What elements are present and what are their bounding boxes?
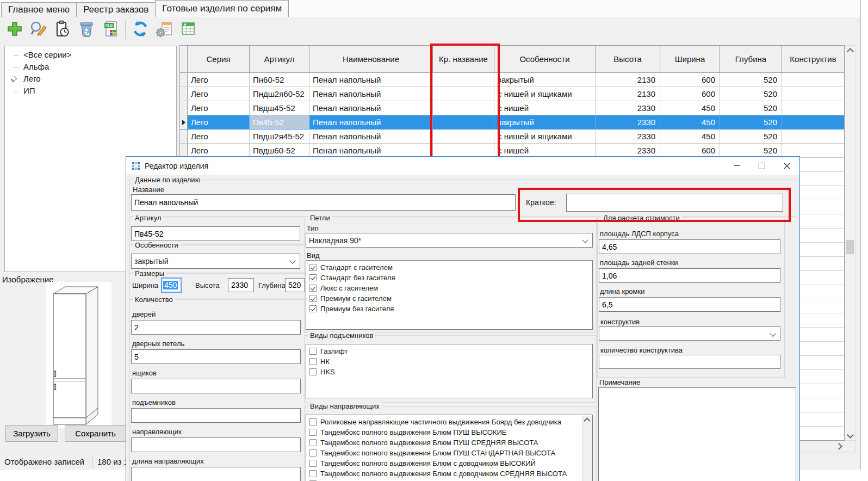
cost-field-input[interactable] <box>599 297 780 312</box>
table-row[interactable]: Лего Пн60-52 Пенал напольный закрытый 21… <box>180 73 844 87</box>
quantity-field-input[interactable] <box>131 349 301 364</box>
checkbox-item[interactable]: Тандембокс полного выдвижения Блюм ПУШ С… <box>306 448 592 458</box>
checkbox-icon[interactable] <box>309 285 317 292</box>
width-input[interactable]: 450 <box>161 278 182 293</box>
quantity-field-input[interactable] <box>131 320 301 335</box>
checkbox-icon[interactable] <box>309 358 317 365</box>
table-row[interactable]: Лего Пв45-52 Пенал напольный закрытый 23… <box>180 115 844 130</box>
checkbox-icon[interactable] <box>309 470 317 477</box>
cell-features[interactable]: с нишей и ящиками <box>494 87 596 101</box>
tab[interactable]: Готовые изделия по сериям <box>155 0 289 17</box>
cell-constructive[interactable] <box>782 101 844 115</box>
tree-item[interactable]: ИП <box>5 85 176 97</box>
cell-depth[interactable]: 520 <box>720 101 782 115</box>
checkbox-item[interactable]: НК <box>306 356 592 367</box>
table-row[interactable]: Лего Пвдш45-52 Пенал напольный с нишей 2… <box>180 101 844 115</box>
quantity-field-input[interactable] <box>131 437 301 452</box>
cell-name[interactable]: Пенал напольный <box>309 73 433 87</box>
scroll-up-icon[interactable] <box>845 46 855 55</box>
cell-features[interactable]: с нишей <box>494 101 596 115</box>
cell-seria[interactable]: Лего <box>188 73 250 87</box>
tree-item[interactable]: Альфа <box>5 61 176 73</box>
features-select[interactable]: закрытый <box>131 254 300 269</box>
cell-artikul[interactable]: Пвдш2я45-52 <box>250 130 309 144</box>
column-header[interactable]: Особенности <box>494 46 596 72</box>
checkbox-item[interactable]: Премиум с гасителем <box>306 293 592 304</box>
cell-seria[interactable]: Лего <box>188 115 250 130</box>
cell-constructive[interactable] <box>782 130 844 144</box>
column-header[interactable]: Конструктив <box>782 46 844 72</box>
cell-short-name[interactable] <box>433 87 494 101</box>
cell-seria[interactable]: Лего <box>188 130 250 144</box>
cell-depth[interactable]: 520 <box>720 115 782 130</box>
height-input[interactable] <box>228 278 254 292</box>
table-row[interactable]: Лего Пндш2я60-52 Пенал напольный с нишей… <box>180 87 844 101</box>
checkbox-icon[interactable] <box>309 449 317 457</box>
cell-short-name[interactable] <box>433 130 494 144</box>
maximize-button[interactable] <box>749 157 774 175</box>
cell-depth[interactable]: 520 <box>720 130 782 144</box>
tab[interactable]: Главное меню <box>1 2 77 17</box>
tree-item[interactable]: <Все серии> <box>5 49 176 61</box>
cell-short-name[interactable] <box>433 115 494 130</box>
cost-field-input[interactable] <box>599 239 780 254</box>
close-button[interactable] <box>774 157 799 175</box>
cell-depth[interactable]: 520 <box>720 73 782 87</box>
grid-vertical-scrollbar[interactable] <box>845 45 855 441</box>
edit-button[interactable] <box>28 20 49 40</box>
checkbox-item[interactable]: Тандембокс полного выдвижения Блюм с дов… <box>306 458 592 468</box>
artikul-input[interactable] <box>131 226 300 241</box>
cell-constructive[interactable] <box>782 115 844 130</box>
checkbox-item[interactable]: Газлифт <box>306 346 592 356</box>
table-export-button[interactable] <box>178 20 199 40</box>
dialog-title-bar[interactable]: Редактор изделия <box>126 157 799 175</box>
column-header[interactable]: Артикул <box>250 46 309 72</box>
cell-artikul[interactable]: Пв45-52 <box>250 115 309 130</box>
checkbox-item[interactable]: Премиум без гасителя <box>306 304 592 314</box>
checkbox-icon[interactable] <box>309 368 317 375</box>
cell-depth[interactable]: 520 <box>720 87 782 101</box>
column-header[interactable]: Глубина <box>720 46 782 72</box>
cell-width[interactable]: 600 <box>660 73 720 87</box>
scroll-down-icon[interactable] <box>845 430 855 440</box>
cell-seria[interactable]: Лего <box>188 87 250 101</box>
cell-height[interactable]: 2330 <box>596 130 660 144</box>
cell-height[interactable]: 2130 <box>596 73 660 87</box>
minimize-button[interactable] <box>724 157 749 175</box>
cell-height[interactable]: 2330 <box>596 115 660 130</box>
name-input[interactable] <box>131 194 516 211</box>
cell-short-name[interactable] <box>433 73 494 87</box>
quantity-field-input[interactable] <box>131 379 301 393</box>
cost-field-input[interactable] <box>599 268 780 283</box>
cell-constructive[interactable] <box>782 73 844 87</box>
cell-name[interactable]: Пенал напольный <box>309 115 433 130</box>
cell-artikul[interactable]: Пн60-52 <box>250 73 309 87</box>
checkbox-icon[interactable] <box>309 348 317 355</box>
tab[interactable]: Реестр заказов <box>76 2 156 17</box>
column-header[interactable]: Ширина <box>660 46 720 72</box>
checkbox-icon[interactable] <box>309 305 317 312</box>
add-button[interactable] <box>4 20 25 40</box>
checkbox-item[interactable]: Стандарт с гасителем <box>306 262 592 273</box>
column-header[interactable]: Серия <box>188 46 250 72</box>
cell-features[interactable]: с нишей и ящиками <box>494 130 596 144</box>
cell-width[interactable]: 450 <box>660 101 720 115</box>
checkbox-icon[interactable] <box>309 264 317 271</box>
cell-width[interactable]: 450 <box>660 115 720 130</box>
scroll-up-icon[interactable] <box>582 415 592 425</box>
save-image-button[interactable]: Сохранить <box>65 425 126 442</box>
column-header[interactable] <box>180 46 188 72</box>
list-scrollbar[interactable] <box>582 416 592 481</box>
cell-artikul[interactable]: Пвдш45-52 <box>250 101 309 115</box>
quantity-field-input[interactable] <box>131 408 301 423</box>
scroll-right-icon[interactable] <box>834 441 844 451</box>
checkbox-item[interactable]: Роликовые направляющие частичного выдвиж… <box>306 417 592 427</box>
hinge-type-select[interactable]: Накладная 90* <box>306 233 593 248</box>
cell-constructive[interactable] <box>782 87 844 101</box>
note-textarea[interactable] <box>598 387 796 481</box>
column-header[interactable]: Наименование <box>309 46 433 72</box>
checkbox-icon[interactable] <box>309 418 317 425</box>
cell-name[interactable]: Пенал напольный <box>309 130 433 144</box>
expand-chevron-icon[interactable] <box>11 76 17 82</box>
checkbox-item[interactable]: Тандембокс полного выдвижения Блюм ПУШ В… <box>306 427 592 437</box>
